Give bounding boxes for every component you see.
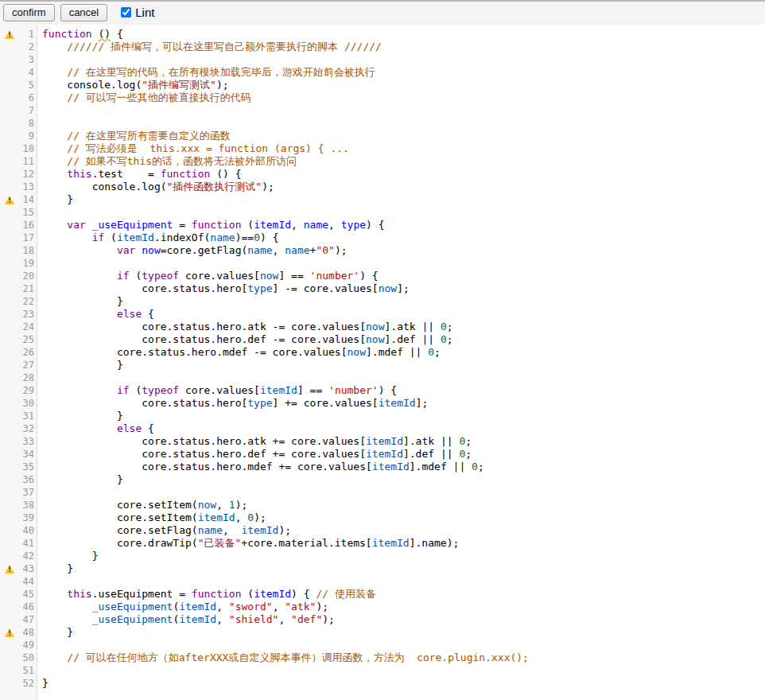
gutter-marker-space (0, 537, 19, 550)
line-number: 28 (19, 371, 35, 384)
code-line[interactable]: 3 (0, 53, 765, 66)
code-line[interactable]: !43 } (0, 562, 765, 575)
code-line[interactable]: 42 } (0, 550, 765, 562)
editor-toolbar: confirm cancel Lint (0, 0, 765, 25)
code-text: } (35, 473, 123, 486)
lint-toggle: Lint (121, 6, 154, 19)
line-number: 31 (19, 410, 35, 422)
line-number: 24 (19, 321, 35, 333)
code-line[interactable]: 30 core.status.hero[type] += core.values… (0, 397, 765, 410)
code-text: core.setItem(now, 1); (35, 499, 247, 511)
code-line[interactable]: 32 else { (0, 422, 765, 435)
line-number: 26 (19, 346, 35, 359)
code-line[interactable]: 52} (0, 677, 765, 690)
gutter-marker-space (0, 486, 19, 499)
gutter-marker-space (0, 66, 19, 79)
line-number: 35 (19, 461, 35, 473)
gutter-marker-space (0, 601, 19, 613)
code-line[interactable]: 50 // 可以在任何地方（如afterXXX或自定义脚本事件）调用函数，方法为… (0, 651, 765, 664)
code-line[interactable]: !1function () { (0, 28, 765, 41)
gutter-marker-space (0, 333, 19, 346)
code-line[interactable]: 4 // 在这里写的代码，在所有模块加载完毕后，游戏开始前会被执行 (0, 66, 765, 79)
code-text: this.useEquipment = function (itemId) { … (35, 588, 376, 601)
confirm-button[interactable]: confirm (3, 4, 55, 21)
line-number: 12 (19, 168, 35, 181)
code-line[interactable]: 33 core.status.hero.atk += core.values[i… (0, 435, 765, 448)
code-text: function () { (35, 28, 123, 41)
code-text: if (typeof core.values[itemId] == 'numbe… (35, 384, 397, 397)
code-line[interactable]: 16 var _useEquipment = function (itemId,… (0, 219, 765, 231)
code-line[interactable]: 22 } (0, 295, 765, 308)
gutter-marker-space (0, 79, 19, 91)
gutter-marker-space (0, 461, 19, 473)
code-line[interactable]: 5 console.log("插件编写测试"); (0, 79, 765, 91)
gutter-marker-space (0, 295, 19, 308)
code-line[interactable]: 24 core.status.hero.atk -= core.values[n… (0, 321, 765, 333)
line-number: 20 (19, 270, 35, 282)
code-line[interactable]: 39 core.setItem(itemId, 0); (0, 511, 765, 524)
gutter-marker-space (0, 206, 19, 219)
code-line[interactable]: 15 (0, 206, 765, 219)
code-line[interactable]: 18 var now=core.getFlag(name, name+"0"); (0, 244, 765, 257)
code-line[interactable]: 9 // 在这里写所有需要自定义的函数 (0, 130, 765, 142)
code-editor[interactable]: !1function () {2 ////// 插件编写，可以在这里写自己额外需… (0, 25, 765, 700)
code-line[interactable]: 19 (0, 257, 765, 270)
gutter-marker-space (0, 397, 19, 410)
code-line[interactable]: 6 // 可以写一些其他的被直接执行的代码 (0, 91, 765, 104)
gutter-marker-space (0, 410, 19, 422)
lint-checkbox[interactable] (121, 7, 131, 18)
code-line[interactable]: !14 } (0, 193, 765, 206)
line-number: 37 (19, 486, 35, 499)
code-text (35, 664, 42, 677)
code-text (35, 206, 42, 219)
code-line[interactable]: 21 core.status.hero[type] -= core.values… (0, 282, 765, 295)
gutter-marker-space (0, 511, 19, 524)
code-line[interactable]: 34 core.status.hero.def += core.values[i… (0, 448, 765, 461)
code-line[interactable]: 17 if (itemId.indexOf(name)==0) { (0, 231, 765, 244)
code-line[interactable]: 47 _useEquipment(itemId, "shield", "def"… (0, 613, 765, 626)
code-line[interactable]: 44 (0, 575, 765, 588)
cancel-button[interactable]: cancel (60, 4, 108, 21)
code-line[interactable]: 7 (0, 104, 765, 117)
code-line[interactable]: 8 (0, 117, 765, 130)
code-line[interactable]: 46 _useEquipment(itemId, "sword", "atk")… (0, 601, 765, 613)
code-text: core.status.hero[type] -= core.values[no… (35, 282, 410, 295)
code-line[interactable]: 40 core.setFlag(name, itemId); (0, 524, 765, 537)
gutter-marker-space (0, 117, 19, 130)
line-number: 3 (19, 53, 35, 66)
code-line[interactable]: 2 ////// 插件编写，可以在这里写自己额外需要执行的脚本 ////// (0, 41, 765, 53)
line-number: 41 (19, 537, 35, 550)
code-line[interactable]: 35 core.status.hero.mdef += core.values[… (0, 461, 765, 473)
line-number: 49 (19, 639, 35, 651)
code-line[interactable]: 36 } (0, 473, 765, 486)
gutter-marker-space (0, 270, 19, 282)
gutter-marker-space (0, 346, 19, 359)
code-line[interactable]: !48 } (0, 626, 765, 639)
code-line[interactable]: 11 // 如果不写this的话，函数将无法被外部所访问 (0, 155, 765, 168)
code-line[interactable]: 31 } (0, 410, 765, 422)
gutter-marker-space (0, 588, 19, 601)
line-number: 46 (19, 601, 35, 613)
line-number: 36 (19, 473, 35, 486)
code-line[interactable]: 12 this.test = function () { (0, 168, 765, 181)
lint-warning-icon: ! (0, 193, 19, 206)
code-text: _useEquipment(itemId, "sword", "atk"); (35, 601, 328, 613)
gutter-marker-space (0, 499, 19, 511)
code-line[interactable]: 38 core.setItem(now, 1); (0, 499, 765, 511)
code-line[interactable]: 20 if (typeof core.values[now] == 'numbe… (0, 270, 765, 282)
code-line[interactable]: 49 (0, 639, 765, 651)
code-line[interactable]: 27 } (0, 359, 765, 371)
code-line[interactable]: 29 if (typeof core.values[itemId] == 'nu… (0, 384, 765, 397)
code-line[interactable]: 28 (0, 371, 765, 384)
code-line[interactable]: 37 (0, 486, 765, 499)
code-line[interactable]: 10 // 写法必须是 this.xxx = function (args) {… (0, 142, 765, 155)
code-line[interactable]: 13 console.log("插件函数执行测试"); (0, 181, 765, 193)
code-line[interactable]: 26 core.status.hero.mdef -= core.values[… (0, 346, 765, 359)
code-line[interactable]: 41 core.drawTip("已装备"+core.material.item… (0, 537, 765, 550)
code-line[interactable]: 23 else { (0, 308, 765, 321)
code-text (35, 371, 42, 384)
code-line[interactable]: 25 core.status.hero.def -= core.values[n… (0, 333, 765, 346)
code-line[interactable]: 45 this.useEquipment = function (itemId)… (0, 588, 765, 601)
code-line[interactable]: 51 (0, 664, 765, 677)
gutter-marker-space (0, 371, 19, 384)
